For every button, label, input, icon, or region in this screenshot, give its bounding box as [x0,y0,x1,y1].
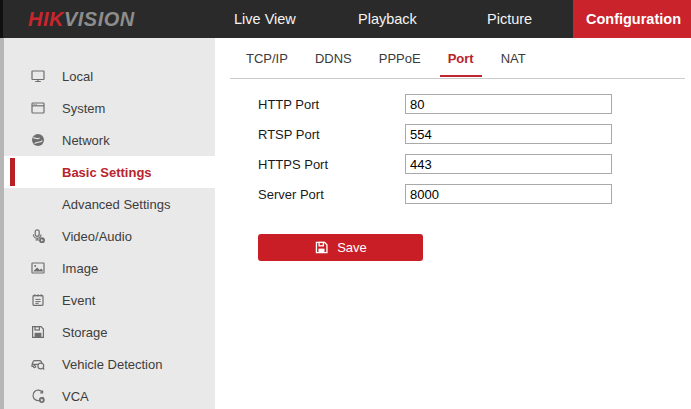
sidebar-item-label: Network [62,133,110,148]
top-bar: HIKVISION Live View Playback Picture Con… [0,0,691,38]
sidebar-item-local[interactable]: Local [4,60,215,92]
rtsp-port-label: RTSP Port [258,127,405,142]
tab-nat[interactable]: NAT [501,51,526,66]
no-icon [30,196,46,212]
sidebar-item-label: Basic Settings [62,165,152,180]
https-port-input[interactable] [405,154,612,174]
tab-divider [230,78,685,79]
form-row-server-port: Server Port [258,184,691,204]
sidebar-item-label: Video/Audio [62,229,132,244]
sidebar-item-event[interactable]: Event [4,284,215,316]
rtsp-port-input[interactable] [405,124,612,144]
tab-ddns[interactable]: DDNS [315,51,352,66]
image-icon [30,260,46,276]
sidebar-item-video-audio[interactable]: Video/Audio [4,220,215,252]
https-port-label: HTTPS Port [258,157,405,172]
port-settings-form: HTTP Port RTSP Port HTTPS Port Server Po… [258,94,691,204]
event-icon [30,292,46,308]
nav-item-live-view[interactable]: Live View [234,0,296,38]
http-port-input[interactable] [405,94,612,114]
microphone-icon [30,228,46,244]
storage-icon [30,324,46,340]
save-button[interactable]: Save [258,234,423,261]
nav-item-configuration[interactable]: Configuration [573,0,691,38]
sidebar-item-advanced-settings[interactable]: Advanced Settings [4,188,215,220]
tab-port[interactable]: Port [448,51,474,66]
tab-tcpip[interactable]: TCP/IP [246,51,288,66]
nav-item-picture[interactable]: Picture [487,0,532,38]
server-port-input[interactable] [405,184,612,204]
save-floppy-icon [314,240,329,255]
settings-tabs: TCP/IP DDNS PPPoE Port NAT [246,38,691,78]
globe-icon [30,132,46,148]
nav-item-playback[interactable]: Playback [358,0,417,38]
server-port-label: Server Port [258,187,405,202]
sidebar-item-label: Vehicle Detection [62,357,162,372]
sidebar-item-image[interactable]: Image [4,252,215,284]
main-content: TCP/IP DDNS PPPoE Port NAT HTTP Port RTS… [215,38,691,409]
sidebar-item-label: Advanced Settings [62,197,170,212]
sidebar-item-system[interactable]: System [4,92,215,124]
sidebar-item-label: VCA [62,389,89,404]
sidebar-item-label: Image [62,261,98,276]
vehicle-detection-icon [30,356,46,372]
logo-vision: VISION [64,8,135,30]
sidebar: Local System Network Basic Settings Adva… [4,38,215,409]
sidebar-item-basic-settings[interactable]: Basic Settings [4,156,215,188]
form-row-http-port: HTTP Port [258,94,691,114]
form-row-rtsp-port: RTSP Port [258,124,691,144]
sidebar-item-label: Storage [62,325,108,340]
sidebar-item-label: System [62,101,105,116]
http-port-label: HTTP Port [258,97,405,112]
monitor-icon [30,68,46,84]
sidebar-item-vehicle-detection[interactable]: Vehicle Detection [4,348,215,380]
tab-pppoe[interactable]: PPPoE [379,51,421,66]
no-icon [30,164,46,180]
sidebar-item-label: Local [62,69,93,84]
sidebar-item-vca[interactable]: VCA [4,380,215,409]
logo-hik: HIK [28,8,64,30]
window-icon [30,100,46,116]
form-row-https-port: HTTPS Port [258,154,691,174]
vca-icon [30,388,46,404]
sidebar-item-network[interactable]: Network [4,124,215,156]
sidebar-item-label: Event [62,293,95,308]
save-button-label: Save [337,240,367,255]
sidebar-item-storage[interactable]: Storage [4,316,215,348]
hikvision-logo: HIKVISION [28,0,135,38]
